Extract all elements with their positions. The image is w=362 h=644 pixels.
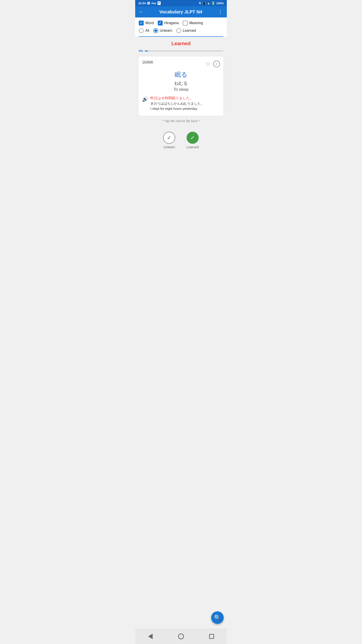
card-header: 15/600 ☆ ✓	[142, 60, 220, 67]
card-example: 🔊 昨日は８時間眠りました。 きのうははちじかんねむりました。 I slept …	[142, 96, 220, 110]
radio-unlearn[interactable]: Unlearn	[153, 28, 172, 33]
card-hiragana: ねむる	[142, 80, 220, 86]
example-english: I slept for eight hours yesterday	[150, 107, 220, 110]
unlearn-label: Unlearn	[163, 145, 175, 149]
search-icon: 🔍	[214, 614, 221, 621]
learned-status-title: Learned	[138, 41, 224, 46]
card-counter: 15/600	[142, 60, 153, 64]
nav-back-button[interactable]	[145, 632, 155, 641]
check-circle-mark: ✓	[215, 62, 218, 66]
radio-learned-circle	[176, 28, 181, 33]
learned-circle: ✓	[187, 132, 199, 144]
hiragana-checkbox-label: Hiragana	[164, 21, 179, 25]
app-bar: ← Vocabulary JLPT N4 ⋮	[135, 6, 227, 18]
star-icon[interactable]: ☆	[205, 60, 211, 67]
flashcard[interactable]: 15/600 ☆ ✓ 眠る ねむる To sleep 🔊 昨日は８時間眠りました…	[138, 56, 224, 116]
back-button[interactable]: ←	[139, 9, 144, 15]
status-right: N 📳 ▲ 🔋 100%	[199, 2, 224, 5]
nfc-icon: N	[199, 2, 201, 5]
card-meaning: To sleep	[142, 87, 220, 92]
back-nav-icon	[148, 634, 153, 639]
search-fab[interactable]: 🔍	[211, 611, 224, 624]
wifi-icon: ▲	[207, 2, 210, 5]
filter-section: ✓ Word ✓ Hiragana Meaning All Unle	[135, 18, 227, 37]
battery-icon: 🔋	[211, 2, 215, 5]
progress-track	[145, 50, 223, 52]
radio-all[interactable]: All	[139, 28, 149, 33]
radio-all-circle	[139, 28, 144, 33]
meaning-checkbox-box	[183, 20, 188, 26]
progress-label: 4%	[139, 49, 143, 52]
card-icons: ☆ ✓	[205, 60, 220, 67]
example-text: 昨日は８時間眠りました。 きのうははちじかんねむりました。 I slept fo…	[150, 96, 220, 110]
battery-percent: 100%	[216, 2, 224, 5]
word-checkbox[interactable]: ✓ Word	[139, 20, 154, 26]
checkbox-row: ✓ Word ✓ Hiragana Meaning	[139, 20, 223, 26]
example-kanji: 昨日は８時間眠りました。	[150, 96, 220, 100]
radio-unlearn-inner	[154, 29, 157, 32]
flip-hint: * Tap the card to flip back *	[138, 119, 224, 123]
hiragana-check-mark: ✓	[159, 21, 162, 25]
status-bar: 22:04 🖼 App P N 📳 ▲ 🔋 100%	[135, 0, 227, 6]
speaker-button[interactable]: 🔊	[142, 96, 148, 102]
radio-learned-label: Learned	[183, 28, 196, 33]
hiragana-checkbox-box: ✓	[158, 20, 163, 26]
radio-learned[interactable]: Learned	[176, 28, 196, 33]
unlearn-icon: ✓	[167, 134, 171, 141]
home-nav-icon	[178, 634, 184, 639]
speaker-icon: 🔊	[142, 96, 148, 102]
unlearn-circle: ✓	[163, 132, 175, 144]
status-left: 22:04 🖼 App P	[138, 1, 161, 5]
radio-all-label: All	[145, 28, 149, 33]
app-icon: App	[151, 2, 156, 4]
nav-recents-button[interactable]	[207, 632, 217, 641]
hiragana-checkbox[interactable]: ✓ Hiragana	[158, 20, 179, 26]
learned-label: Learned	[186, 145, 199, 149]
meaning-checkbox-label: Meaning	[189, 21, 203, 25]
example-hiragana: きのうははちじかんねむりました。	[150, 102, 220, 106]
photo-icon: 🖼	[147, 2, 150, 5]
radio-unlearn-circle	[153, 28, 158, 33]
progress-fill	[145, 50, 148, 52]
nav-home-button[interactable]	[176, 632, 186, 641]
recents-nav-icon	[209, 634, 214, 639]
learned-icon: ✓	[190, 134, 195, 141]
vibrate-icon: 📳	[202, 2, 206, 5]
word-checkbox-label: Word	[145, 21, 154, 25]
learned-button[interactable]: ✓ Learned	[186, 132, 199, 149]
app-title: Vocabulary JLPT N4	[146, 10, 215, 14]
meaning-checkbox[interactable]: Meaning	[183, 20, 203, 26]
radio-row: All Unlearn Learned	[139, 28, 223, 36]
radio-unlearn-label: Unlearn	[160, 28, 172, 33]
status-time: 22:04	[138, 2, 146, 5]
word-check-mark: ✓	[140, 21, 143, 25]
unlearn-button[interactable]: ✓ Unlearn	[163, 132, 175, 149]
menu-button[interactable]: ⋮	[218, 9, 223, 15]
word-checkbox-box: ✓	[139, 20, 144, 26]
main-content: Learned 4% 15/600 ☆ ✓ 眠る ねむる To sleep 🔊	[135, 37, 227, 160]
progress-container: 4%	[138, 49, 224, 52]
action-buttons: ✓ Unlearn ✓ Learned	[138, 130, 224, 151]
bottom-nav	[135, 629, 227, 644]
parking-icon: P	[158, 1, 161, 5]
check-circle-icon[interactable]: ✓	[213, 60, 220, 67]
card-word: 眠る	[142, 70, 220, 79]
